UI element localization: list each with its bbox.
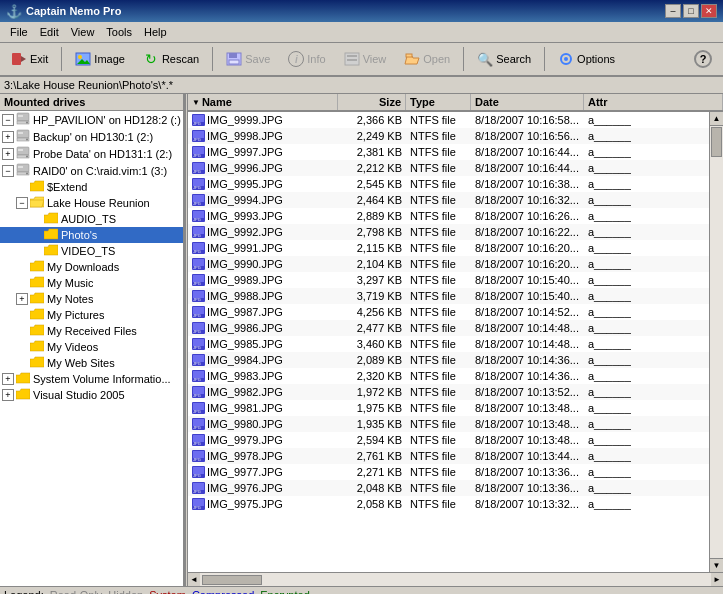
file-attr-cell: a______ [584,240,709,256]
tree-toggle-vstudio[interactable]: + [2,389,14,401]
file-row[interactable]: JPG IMG_9979.JPG 2,594 KB NTFS file 8/18… [188,432,709,448]
tree-toggle-hp[interactable]: − [2,114,14,126]
file-row[interactable]: JPG IMG_9990.JPG 2,104 KB NTFS file 8/18… [188,256,709,272]
close-button[interactable]: ✕ [701,4,717,18]
file-row[interactable]: JPG IMG_9986.JPG 2,477 KB NTFS file 8/18… [188,320,709,336]
legend-readonly: Read-Only [50,589,103,594]
file-row[interactable]: JPG IMG_9987.JPG 4,256 KB NTFS file 8/18… [188,304,709,320]
col-name[interactable]: ▼ Name [188,94,338,110]
tree-item-lakehouse[interactable]: − Lake House Reunion [0,195,183,211]
menu-view[interactable]: View [65,24,101,40]
tree-item-extend[interactable]: $Extend [0,179,183,195]
file-row[interactable]: JPG IMG_9996.JPG 2,212 KB NTFS file 8/18… [188,160,709,176]
tree-item-myvideos[interactable]: My Videos [0,339,183,355]
file-row[interactable]: JPG IMG_9997.JPG 2,381 KB NTFS file 8/18… [188,144,709,160]
tree-toggle-backup[interactable]: + [2,131,14,143]
file-row[interactable]: JPG IMG_9981.JPG 1,975 KB NTFS file 8/18… [188,400,709,416]
tree-item-raid[interactable]: − RAID0' on C:\raid.vim:1 (3:) [0,162,183,179]
tree-item-mypictures[interactable]: My Pictures [0,307,183,323]
help-button[interactable]: ? [687,46,719,72]
tree-toggle-sysvolinfo[interactable]: + [2,373,14,385]
jpg-icon: JPG [192,354,205,366]
tree-item-mydownloads[interactable]: My Downloads [0,259,183,275]
save-button[interactable]: Save [219,46,277,72]
tree-item-mywebsites[interactable]: My Web Sites [0,355,183,371]
scroll-track[interactable] [710,126,723,558]
tree-toggle-raid[interactable]: − [2,165,14,177]
jpg-icon: JPG [192,274,205,286]
tree-item-video_ts[interactable]: VIDEO_TS [0,243,183,259]
h-scroll-track[interactable] [200,573,711,586]
file-row[interactable]: JPG IMG_9999.JPG 2,366 KB NTFS file 8/18… [188,112,709,128]
col-type[interactable]: Type [406,94,471,110]
exit-button[interactable]: Exit [4,46,55,72]
sort-down-icon: ▼ [192,98,200,107]
tree-item-backup[interactable]: + Backup' on HD130:1 (2:) [0,128,183,145]
file-row[interactable]: JPG IMG_9978.JPG 2,761 KB NTFS file 8/18… [188,448,709,464]
tree-item-photos[interactable]: Photo's [0,227,183,243]
tree-item-probe[interactable]: + Probe Data' on HD131:1 (2:) [0,145,183,162]
tree-item-mynotes[interactable]: + My Notes [0,291,183,307]
col-size[interactable]: Size [338,94,406,110]
file-row[interactable]: JPG IMG_9988.JPG 3,719 KB NTFS file 8/18… [188,288,709,304]
file-row[interactable]: JPG IMG_9994.JPG 2,464 KB NTFS file 8/18… [188,192,709,208]
legend-system: System [149,589,186,594]
maximize-button[interactable]: □ [683,4,699,18]
file-type-cell: NTFS file [406,336,471,352]
jpg-icon: JPG [192,450,205,462]
scroll-thumb[interactable] [711,127,722,157]
menu-edit[interactable]: Edit [34,24,65,40]
minimize-button[interactable]: – [665,4,681,18]
tree-item-sysvolinfo[interactable]: + System Volume Informatio... [0,371,183,387]
file-attr-cell: a______ [584,496,709,512]
drive-icon [16,129,30,144]
h-scroll-thumb[interactable] [202,575,262,585]
file-type-cell: NTFS file [406,128,471,144]
open-button[interactable]: Open [397,46,457,72]
file-row[interactable]: JPG IMG_9983.JPG 2,320 KB NTFS file 8/18… [188,368,709,384]
file-row[interactable]: JPG IMG_9995.JPG 2,545 KB NTFS file 8/18… [188,176,709,192]
file-row[interactable]: JPG IMG_9975.JPG 2,058 KB NTFS file 8/18… [188,496,709,512]
h-scroll-left-button[interactable]: ◄ [188,575,200,584]
tree-item-mymusic[interactable]: My Music [0,275,183,291]
tree-toggle-lakehouse[interactable]: − [16,197,28,209]
tree-label-sysvolinfo: System Volume Informatio... [33,373,171,385]
svg-marker-39 [30,293,44,303]
file-row[interactable]: JPG IMG_9985.JPG 3,460 KB NTFS file 8/18… [188,336,709,352]
file-row[interactable]: JPG IMG_9998.JPG 2,249 KB NTFS file 8/18… [188,128,709,144]
search-button[interactable]: 🔍 Search [470,46,538,72]
options-label: Options [577,53,615,65]
folder-icon [16,388,30,402]
info-button[interactable]: i Info [281,46,332,72]
file-row[interactable]: JPG IMG_9976.JPG 2,048 KB NTFS file 8/18… [188,480,709,496]
file-row[interactable]: JPG IMG_9993.JPG 2,889 KB NTFS file 8/18… [188,208,709,224]
tree-item-myreceived[interactable]: My Received Files [0,323,183,339]
h-scroll-right-button[interactable]: ► [711,575,723,584]
file-attr-cell: a______ [584,112,709,128]
menu-help[interactable]: Help [138,24,173,40]
file-date-cell: 8/18/2007 10:14:52... [471,304,584,320]
col-attr[interactable]: Attr [584,94,723,110]
file-row[interactable]: JPG IMG_9984.JPG 2,089 KB NTFS file 8/18… [188,352,709,368]
tree-toggle-mynotes[interactable]: + [16,293,28,305]
rescan-button[interactable]: ↻ Rescan [136,46,206,72]
file-row[interactable]: JPG IMG_9980.JPG 1,935 KB NTFS file 8/18… [188,416,709,432]
file-row[interactable]: JPG IMG_9977.JPG 2,271 KB NTFS file 8/18… [188,464,709,480]
file-row[interactable]: JPG IMG_9991.JPG 2,115 KB NTFS file 8/18… [188,240,709,256]
image-button[interactable]: Image [68,46,132,72]
tree-toggle-probe[interactable]: + [2,148,14,160]
file-row[interactable]: JPG IMG_9982.JPG 1,972 KB NTFS file 8/18… [188,384,709,400]
menu-tools[interactable]: Tools [100,24,138,40]
file-size-cell: 4,256 KB [338,304,406,320]
tree-item-vstudio[interactable]: + Visual Studio 2005 [0,387,183,403]
file-row[interactable]: JPG IMG_9989.JPG 3,297 KB NTFS file 8/18… [188,272,709,288]
options-button[interactable]: Options [551,46,622,72]
file-row[interactable]: JPG IMG_9992.JPG 2,798 KB NTFS file 8/18… [188,224,709,240]
menu-file[interactable]: File [4,24,34,40]
view-button[interactable]: View [337,46,394,72]
tree-item-audio_ts[interactable]: AUDIO_TS [0,211,183,227]
scroll-down-button[interactable]: ▼ [710,558,723,572]
scroll-up-button[interactable]: ▲ [710,112,723,126]
col-date[interactable]: Date [471,94,584,110]
tree-item-hp[interactable]: − HP_PAVILION' on HD128:2 (:) [0,111,183,128]
